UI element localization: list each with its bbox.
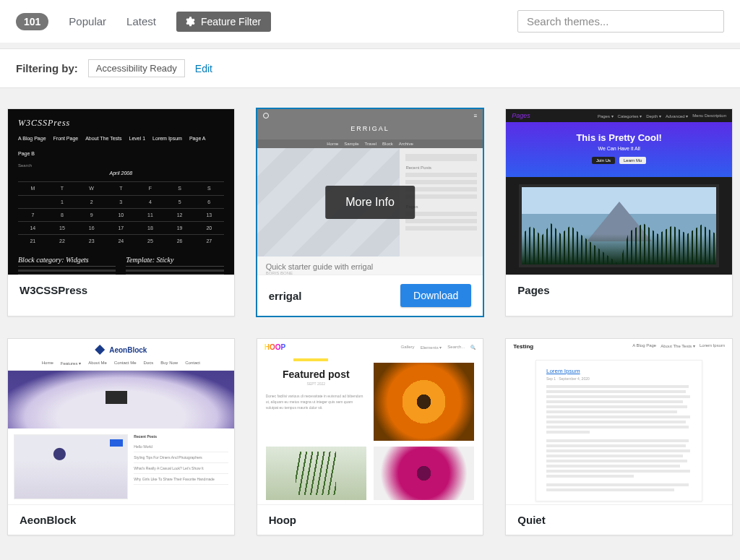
- theme-thumbnail: AeonBlock HomeFeatures ▾About MeContact …: [8, 339, 234, 505]
- theme-footer: Pages: [506, 275, 732, 305]
- theme-card-pages[interactable]: Pages Pages ▾Categories ▾Depth ▾Advanced…: [505, 108, 733, 316]
- download-button[interactable]: Download: [400, 284, 471, 307]
- filter-edit-link[interactable]: Edit: [195, 63, 212, 74]
- theme-footer: Quiet: [506, 505, 732, 535]
- search-wrap: [517, 10, 724, 33]
- theme-footer: Hoop: [257, 505, 483, 535]
- theme-thumbnail: Testing A Blog PageAbout The Tests ▾Lore…: [506, 339, 732, 505]
- theme-name: W3CSSPress: [20, 284, 87, 296]
- theme-card-hoop[interactable]: HOOP GalleryElements ▾Search...🔍 Feature…: [257, 338, 484, 535]
- search-input[interactable]: [517, 10, 724, 33]
- theme-name: Pages: [517, 284, 549, 296]
- theme-card-aeonblock[interactable]: AeonBlock HomeFeatures ▾About MeContact …: [7, 338, 235, 535]
- theme-footer: errigal Download: [257, 275, 483, 316]
- filter-tag-accessibility[interactable]: Accessibility Ready: [88, 59, 185, 77]
- theme-name: Hoop: [269, 514, 296, 526]
- theme-card-w3csspress[interactable]: W3CSSPress A Blog PageFront PageAbout Th…: [7, 108, 235, 316]
- gear-icon: [184, 16, 195, 27]
- theme-name: errigal: [269, 290, 302, 302]
- theme-thumbnail: HOOP GalleryElements ▾Search...🔍 Feature…: [257, 339, 483, 505]
- theme-grid: W3CSSPress A Blog PageFront PageAbout Th…: [0, 88, 740, 543]
- theme-name: Quiet: [517, 514, 545, 526]
- filter-bar: Filtering by: Accessibility Ready Edit: [0, 48, 740, 88]
- theme-footer: AeonBlock: [8, 505, 234, 535]
- tab-latest[interactable]: Latest: [126, 15, 156, 27]
- theme-card-quiet[interactable]: Testing A Blog PageAbout The Tests ▾Lore…: [505, 338, 733, 535]
- theme-count-badge: 101: [16, 13, 48, 30]
- theme-card-errigal[interactable]: ≡ ERRIGAL HomeSampleTravelBlockArchive R…: [257, 108, 484, 316]
- feature-filter-button[interactable]: Feature Filter: [176, 12, 271, 32]
- more-info-button[interactable]: More Info: [325, 186, 415, 219]
- theme-footer: W3CSSPress: [8, 275, 234, 305]
- filter-label: Filtering by:: [16, 62, 78, 74]
- feature-filter-label: Feature Filter: [201, 16, 261, 27]
- theme-name: AeonBlock: [20, 514, 76, 526]
- theme-thumbnail: Pages Pages ▾Categories ▾Depth ▾Advanced…: [506, 109, 732, 275]
- tab-popular[interactable]: Popular: [69, 15, 106, 27]
- theme-toolbar: 101 Popular Latest Feature Filter: [0, 0, 740, 43]
- theme-thumbnail: W3CSSPress A Blog PageFront PageAbout Th…: [8, 109, 234, 275]
